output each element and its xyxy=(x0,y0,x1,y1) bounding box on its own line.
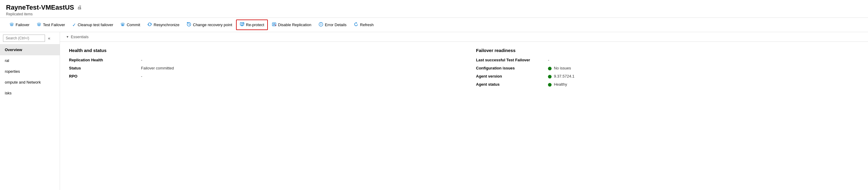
failover-readiness-title: Failover readiness xyxy=(476,48,859,53)
re-protect-icon xyxy=(240,22,244,28)
resync-icon xyxy=(147,22,152,28)
page-title: RayneTest-VMEastUS xyxy=(6,4,74,11)
status-label: Status xyxy=(69,66,135,70)
configuration-issues-row: Configuration issues No issues xyxy=(476,66,859,70)
breadcrumb: Replicated items xyxy=(6,12,862,16)
svg-point-1 xyxy=(37,23,41,25)
change-recovery-point-label: Change recovery point xyxy=(193,23,232,27)
agent-version-label: Agent version xyxy=(476,74,542,79)
last-successful-test-failover-label: Last successful Test Failover xyxy=(476,58,542,62)
print-icon[interactable]: 🖨 xyxy=(77,5,82,10)
rpo-row: RPO - xyxy=(69,74,452,79)
re-protect-label: Re-protect xyxy=(246,23,264,27)
replication-health-label: Replication Health xyxy=(69,58,135,62)
agent-status-row: Agent status Healthy xyxy=(476,82,859,87)
cleanup-icon: ✓ xyxy=(72,22,76,28)
sidebar-item-compute-network[interactable]: ompute and Network xyxy=(0,77,60,88)
status-row: Status Failover committed xyxy=(69,66,452,70)
svg-point-13 xyxy=(321,25,321,26)
toolbar: Failover Test Failover ✓ Cleanup test fa… xyxy=(0,18,868,32)
essentials-chevron-icon: ▼ xyxy=(66,35,69,38)
health-status-section: Health and status Replication Health - S… xyxy=(69,48,452,90)
header: RayneTest-VMEastUS 🖨 Replicated items xyxy=(0,0,868,18)
resync-label: Resynchronize xyxy=(154,23,179,27)
recovery-point-icon xyxy=(187,22,191,28)
content-area: « Overview ral roperties ompute and Netw… xyxy=(0,32,868,190)
agent-version-row: Agent version 9.37.5724.1 xyxy=(476,74,859,79)
replication-health-value: - xyxy=(141,58,142,62)
agent-status-label: Agent status xyxy=(476,82,542,87)
sidebar: « Overview ral roperties ompute and Netw… xyxy=(0,32,60,190)
disable-replication-label: Disable Replication xyxy=(278,23,311,27)
failover-button[interactable]: Failover xyxy=(6,20,33,30)
refresh-label: Refresh xyxy=(360,23,374,27)
main-content: ▼ Essentials Health and status Replicati… xyxy=(60,32,868,190)
agent-version-value: 9.37.5724.1 xyxy=(548,74,575,79)
sidebar-item-properties[interactable]: roperties xyxy=(0,66,60,77)
configuration-issues-dot xyxy=(548,67,552,70)
sidebar-item-general[interactable]: ral xyxy=(0,55,60,66)
cleanup-label: Cleanup test failover xyxy=(78,23,113,27)
last-successful-test-failover-value: - xyxy=(548,58,549,62)
error-details-button[interactable]: Error Details xyxy=(315,20,350,30)
replication-health-row: Replication Health - xyxy=(69,58,452,62)
commit-label: Commit xyxy=(127,23,140,27)
sidebar-search-container: « xyxy=(0,32,60,45)
essentials-content: Health and status Replication Health - S… xyxy=(60,42,868,96)
refresh-icon xyxy=(353,22,359,28)
disable-replication-icon xyxy=(272,22,277,28)
agent-version-dot xyxy=(548,75,552,79)
error-details-icon xyxy=(318,22,323,28)
sidebar-item-overview[interactable]: Overview xyxy=(0,45,60,55)
page-container: RayneTest-VMEastUS 🖨 Replicated items Fa… xyxy=(0,0,868,190)
status-value: Failover committed xyxy=(141,66,174,70)
svg-point-0 xyxy=(9,23,14,25)
disable-replication-button[interactable]: Disable Replication xyxy=(269,20,315,30)
commit-button[interactable]: Commit xyxy=(117,20,143,30)
re-protect-button[interactable]: Re-protect xyxy=(236,20,268,30)
header-title-row: RayneTest-VMEastUS 🖨 xyxy=(6,4,862,11)
test-failover-icon xyxy=(37,22,41,28)
agent-status-value: Healthy xyxy=(548,82,567,87)
error-details-label: Error Details xyxy=(325,23,346,27)
test-failover-button[interactable]: Test Failover xyxy=(33,20,68,30)
essentials-label: Essentials xyxy=(71,34,89,39)
resynchronize-button[interactable]: Resynchronize xyxy=(144,20,183,30)
agent-status-dot xyxy=(548,83,552,87)
refresh-button[interactable]: Refresh xyxy=(350,20,377,30)
configuration-issues-label: Configuration issues xyxy=(476,66,542,70)
health-status-title: Health and status xyxy=(69,48,452,53)
failover-icon xyxy=(9,22,14,28)
search-input[interactable] xyxy=(3,34,45,42)
cleanup-test-failover-button[interactable]: ✓ Cleanup test failover xyxy=(69,20,117,30)
sidebar-collapse-button[interactable]: « xyxy=(46,35,52,41)
test-failover-label: Test Failover xyxy=(43,23,65,27)
commit-icon xyxy=(120,22,125,28)
essentials-section-header[interactable]: ▼ Essentials xyxy=(60,32,868,42)
change-recovery-point-button[interactable]: Change recovery point xyxy=(183,20,236,30)
failover-readiness-section: Failover readiness Last successful Test … xyxy=(476,48,859,90)
last-successful-test-failover-row: Last successful Test Failover - xyxy=(476,58,859,62)
configuration-issues-value: No issues xyxy=(548,66,571,70)
rpo-label: RPO xyxy=(69,74,135,79)
sidebar-item-disks[interactable]: isks xyxy=(0,88,60,99)
failover-label: Failover xyxy=(16,23,29,27)
rpo-value: - xyxy=(141,74,142,79)
